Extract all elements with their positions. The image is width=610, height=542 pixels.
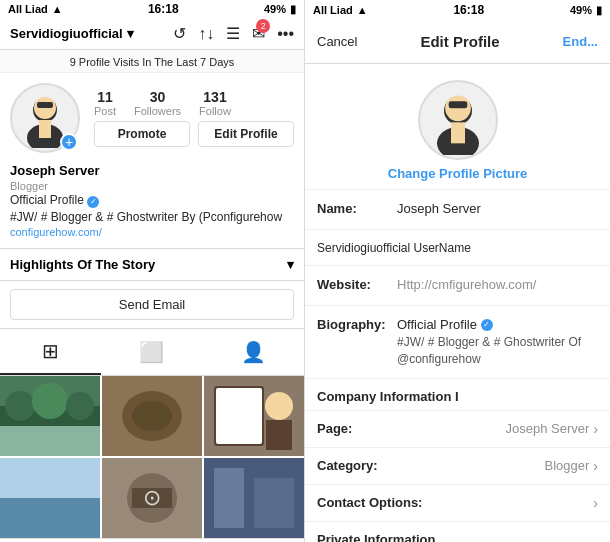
photo-cell-4[interactable] (0, 458, 100, 538)
svg-point-13 (132, 401, 172, 431)
cancel-button[interactable]: Cancel (317, 34, 357, 49)
website-value[interactable]: Http://cmfigurehow.com/ (397, 276, 598, 294)
biography-row: Biography: Official Profile ✓ #JW/ # Blo… (305, 306, 610, 379)
name-value[interactable]: Joseph Server (397, 200, 598, 218)
highlights-bar[interactable]: Highlights Of The Story ▾ (0, 248, 304, 281)
tab-bar: ⊞ ⬜ 👤 (0, 329, 304, 376)
profile-link[interactable]: configurehow.com/ (10, 226, 294, 238)
status-right-carrier: All Liad ▲ (313, 4, 368, 16)
photo-6-svg (204, 458, 304, 538)
battery-icon-right: ▮ (596, 4, 602, 17)
svg-rect-27 (254, 478, 294, 528)
bio-line1: Official Profile (10, 193, 84, 207)
status-right-left: 49% ▮ (264, 3, 296, 16)
category-value-container: Blogger › (545, 458, 598, 474)
photo-cell-1[interactable] (0, 376, 100, 456)
done-button[interactable]: End... (563, 34, 598, 49)
photo-cell-5[interactable]: ⊙ (102, 458, 202, 538)
svg-rect-20 (0, 498, 100, 538)
more-icon[interactable]: ••• (277, 25, 294, 43)
menu-icon[interactable]: ☰ (226, 24, 240, 43)
photo-cell-2[interactable] (102, 376, 202, 456)
svg-rect-2 (39, 120, 51, 138)
photo-grid: ⊙ (0, 376, 304, 538)
tab-grid[interactable]: ⊞ (0, 329, 101, 375)
username-row[interactable]: Servidiogiuofficial UserName (305, 230, 610, 266)
chevron-down-icon: ▾ (127, 26, 134, 41)
send-email-button[interactable]: Send Email (10, 289, 294, 320)
edit-profile-nav: Cancel Edit Profile End... (305, 20, 610, 64)
chart-icon[interactable]: ↑↓ (198, 25, 214, 43)
svg-rect-16 (216, 388, 262, 444)
wifi-icon: ▲ (52, 3, 63, 15)
photo-3-svg (204, 376, 304, 456)
photo-cell-6[interactable] (204, 458, 304, 538)
bio-label: Blogger (10, 180, 294, 192)
top-nav-left: Servidiogiuofficial ▾ ↺ ↑↓ ☰ ✉ 2 ••• (0, 18, 304, 50)
category-row[interactable]: Category: Blogger › (305, 448, 610, 485)
private-info-header: Private Information (305, 522, 610, 542)
biography-container: Official Profile ✓ #JW/ # Blogger & # Gh… (397, 316, 598, 368)
bottom-nav: ⌂ 🔍 ⊕ ♡ 👤 (0, 538, 304, 542)
promote-button[interactable]: Promote (94, 121, 190, 147)
battery-icon-left: ▮ (290, 3, 296, 16)
time-right: 16:18 (453, 3, 484, 17)
status-left: All Liad ▲ (8, 3, 63, 15)
message-badge: 2 (256, 19, 270, 33)
video-icon: ⊙ (143, 485, 161, 511)
biography-verified-icon: ✓ (481, 319, 493, 331)
status-bar-right: All Liad ▲ 16:18 49% ▮ (305, 0, 610, 20)
profile-visits: 9 Profile Visits In The Last 7 Days (0, 50, 304, 73)
page-label: Page: (317, 421, 352, 436)
carrier-right: All Liad (313, 4, 353, 16)
biography-label: Biography: (317, 316, 397, 332)
svg-point-7 (5, 391, 35, 421)
battery-left: 49% (264, 3, 286, 15)
change-profile-picture-button[interactable]: Change Profile Picture (388, 166, 527, 181)
name-row: Name: Joseph Server (305, 190, 610, 230)
avatar-wrap[interactable]: + (10, 83, 80, 153)
time-left: 16:18 (148, 2, 179, 16)
stat-posts: 11 Post (94, 89, 116, 117)
add-avatar-button[interactable]: + (60, 133, 78, 151)
refresh-icon[interactable]: ↺ (173, 24, 186, 43)
tab-igtv[interactable]: ⬜ (101, 329, 202, 375)
posts-label: Post (94, 105, 116, 117)
biography-value[interactable]: Official Profile ✓ (397, 316, 598, 334)
contact-arrow-icon: › (593, 495, 598, 511)
account-name[interactable]: Servidiogiuofficial ▾ (10, 26, 134, 41)
stat-followers: 30 Followers (134, 89, 181, 117)
svg-point-17 (265, 392, 293, 420)
send-email-section: Send Email (0, 281, 304, 329)
edit-profile-button[interactable]: Edit Profile (198, 121, 294, 147)
tab-tagged[interactable]: 👤 (203, 329, 304, 375)
website-label: Website: (317, 276, 397, 292)
photo-cell-3[interactable] (204, 376, 304, 456)
category-label: Category: (317, 458, 378, 473)
message-icon[interactable]: ✉ 2 (252, 24, 265, 43)
username-value: Servidiogiuofficial UserName (317, 241, 471, 255)
edit-avatar (418, 80, 498, 160)
followers-label: Followers (134, 105, 181, 117)
following-count: 131 (203, 89, 226, 105)
biography-detail: #JW/ # Blogger & # Ghostwriter Of @confi… (397, 334, 598, 368)
account-label: Servidiogiuofficial (10, 26, 123, 41)
battery-right: 49% (570, 4, 592, 16)
edit-profile-title: Edit Profile (420, 33, 499, 50)
page-row[interactable]: Page: Joseph Server › (305, 411, 610, 448)
photo-1-svg (0, 376, 100, 456)
svg-rect-18 (266, 420, 292, 450)
following-label: Follow (199, 105, 231, 117)
company-header: Company Information I (305, 379, 610, 411)
highlights-chevron-icon: ▾ (287, 257, 294, 272)
edit-avatar-section[interactable]: Change Profile Picture (305, 64, 610, 190)
profile-name: Joseph Server (10, 163, 294, 178)
status-bar-left: All Liad ▲ 16:18 49% ▮ (0, 0, 304, 18)
page-arrow-icon: › (593, 421, 598, 437)
stats-container: 11 Post 30 Followers 131 Follow Promote … (94, 89, 294, 147)
svg-point-9 (66, 392, 94, 420)
svg-point-8 (32, 383, 68, 419)
posts-count: 11 (97, 89, 113, 105)
contact-options-row[interactable]: Contact Options: › (305, 485, 610, 522)
profile-section: + 11 Post 30 Followers 131 Follow (0, 73, 304, 248)
